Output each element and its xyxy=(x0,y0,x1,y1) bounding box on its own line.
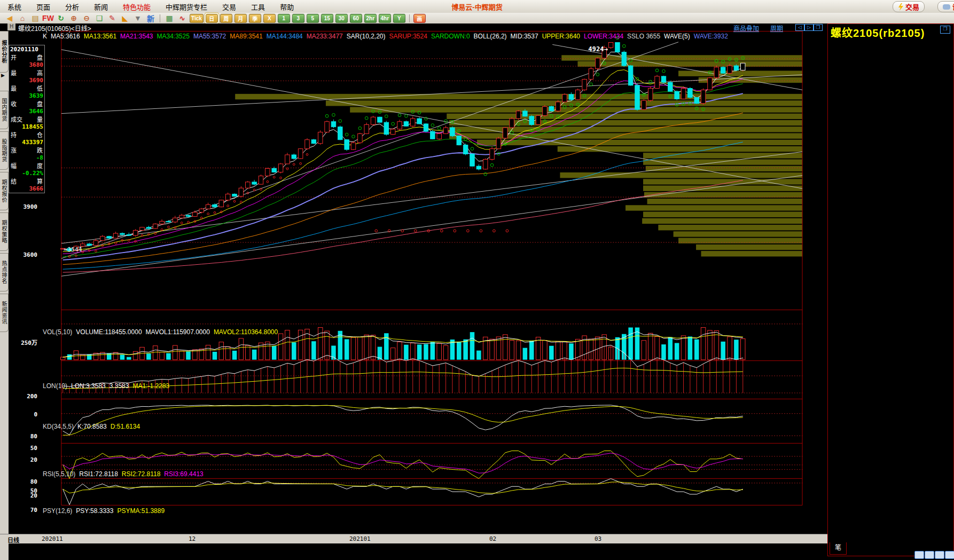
left-tab-热点排名[interactable]: 热点排名 xyxy=(0,253,9,291)
new-icon[interactable]: 新 xyxy=(144,13,157,23)
left-tab-国内期货[interactable]: 国内期货 xyxy=(0,91,9,129)
period-button-30[interactable]: 30 xyxy=(335,14,348,23)
menu-item-中辉期货专栏[interactable]: 中辉期货专栏 xyxy=(158,2,215,12)
window-tool-icon-1[interactable] xyxy=(914,551,924,559)
expand-arrow-icon[interactable]: ▶ xyxy=(1,73,5,78)
period-button-60[interactable]: 60 xyxy=(350,14,362,23)
period-button-Y[interactable]: Y xyxy=(393,14,405,23)
info-row-value: -8 xyxy=(10,154,43,161)
menu-item-新闻[interactable]: 新闻 xyxy=(87,2,115,12)
period-button-3[interactable]: 3 xyxy=(292,14,304,23)
info-row-value: 3639 xyxy=(10,92,43,99)
indicator-value: MA34:3525 xyxy=(157,33,190,40)
tab-tick-list[interactable]: 笔 xyxy=(830,542,847,555)
report-icon[interactable]: ▤ xyxy=(29,14,42,22)
indicator-value: MID:3537 xyxy=(511,33,538,40)
menu-item-帮助[interactable]: 帮助 xyxy=(272,2,301,12)
indicator-value: PSY(12,6) xyxy=(43,507,72,515)
quote-panel: 卖五 4791 178 卖四 4790 1699 卖三 4789 171 卖二 … xyxy=(827,23,954,556)
indicator-value: SARDOWN:0 xyxy=(431,33,470,40)
zoom-out-icon[interactable]: ⊖ xyxy=(80,14,93,22)
menu-item-交易[interactable]: 交易 xyxy=(215,2,244,12)
period-button-月[interactable]: 月 xyxy=(234,14,247,23)
period-button-4hr[interactable]: 4hr xyxy=(379,14,391,23)
pencil-icon[interactable]: ✎ xyxy=(106,14,119,22)
indicator-value: MA1:-1.2283 xyxy=(132,382,169,390)
menu-item-工具[interactable]: 工具 xyxy=(244,2,272,12)
menu-item-分析[interactable]: 分析 xyxy=(58,2,87,12)
quote-table-icon[interactable]: ▦ xyxy=(163,14,176,22)
period-label[interactable]: 日线 xyxy=(7,535,19,544)
splitter-handle[interactable]: H xyxy=(7,23,15,30)
psy-indicator-header: PSY(12,6)PSY:58.3333PSYMA:51.3889 xyxy=(43,507,168,515)
info-row-value: 3680 xyxy=(10,61,43,68)
window-tool-icon-2[interactable] xyxy=(925,551,934,559)
fw-icon[interactable]: FW xyxy=(42,14,54,22)
zoom-in-icon[interactable]: ⊕ xyxy=(67,14,80,22)
left-tab-股指期货[interactable]: 股指期货 xyxy=(0,131,9,170)
left-tab-报价分析[interactable]: 报价分析 xyxy=(0,31,9,73)
chat-button[interactable]: 讯 xyxy=(937,1,954,12)
left-tab-期权报价[interactable]: 期权报价 xyxy=(0,172,9,210)
indicator-value: LON:3.3583 xyxy=(71,382,106,390)
next-window-icon[interactable]: ▷ xyxy=(804,24,814,31)
indicator-value: VOLUME:118455.0000 xyxy=(76,328,142,336)
chart-canvas[interactable]: 4924→≈3544 xyxy=(0,31,827,543)
indicator-value: VOL(5,10) xyxy=(43,328,72,336)
rsi-indicator-header: RSI(5,5,10)RSI1:72.8118RSI2:72.8118RSI3:… xyxy=(43,470,207,478)
period-button-周[interactable]: 周 xyxy=(220,14,232,23)
menu-item-特色功能[interactable]: 特色功能 xyxy=(115,2,158,12)
window-tool-icon-4[interactable] xyxy=(945,551,954,559)
indicator-value: RSI3:69.4413 xyxy=(164,470,203,478)
indicator-value: KD(34,5,5) xyxy=(43,423,74,430)
prev-window-icon[interactable]: ◁ xyxy=(795,24,804,31)
window-tool-icon-3[interactable] xyxy=(935,551,944,559)
left-tab-strip: 报价分析国内期货股指期货期权报价期权策略热点排名新闻资讯▶ xyxy=(0,31,9,560)
vol-indicator-header: VOL(5,10)VOLUME:118455.0000MAVOL1:115907… xyxy=(43,328,281,336)
menu-item-页面[interactable]: 页面 xyxy=(29,2,58,12)
refresh-icon[interactable]: ↻ xyxy=(54,14,67,22)
indicator-value: WAVE(5) xyxy=(664,33,690,40)
indicator-value: K:70.8583 xyxy=(77,423,107,430)
period-button-季[interactable]: 季 xyxy=(249,14,261,23)
kd-indicator-header: KD(34,5,5)K:70.8583D:51.6134 xyxy=(43,423,144,430)
period-button-1[interactable]: 1 xyxy=(278,14,290,23)
left-tab-新闻资讯[interactable]: 新闻资讯 xyxy=(0,294,9,332)
restore-window-icon[interactable]: ❐ xyxy=(940,26,950,34)
indicator-value: MA144:3484 xyxy=(267,33,303,40)
overlay-icon[interactable]: ❏ xyxy=(93,14,106,22)
period-button-日[interactable]: 日 xyxy=(206,14,218,23)
home-icon[interactable]: ⌂ xyxy=(16,14,29,22)
menu-item-系统[interactable]: 系统 xyxy=(0,2,29,12)
info-row-value: 118455 xyxy=(10,123,43,130)
draw-mode-button[interactable]: 画 xyxy=(413,14,426,23)
indicator-value: K xyxy=(43,33,47,40)
indicator-value: RSI2:72.8118 xyxy=(122,470,161,478)
split-window-icon[interactable]: ❐ xyxy=(814,24,823,31)
brush-icon[interactable]: ◣ xyxy=(119,14,131,22)
chart-tab-bar: H 螺纹2105(010605)<日线> 商品叠加 周期 ◁ ▷ ❐ xyxy=(0,23,827,31)
chart-icon[interactable]: ∿ xyxy=(176,14,189,22)
period-button-Tick[interactable]: Tick xyxy=(190,14,204,23)
left-tab-期权策略[interactable]: 期权策略 xyxy=(0,212,9,251)
period-button-15[interactable]: 15 xyxy=(321,14,333,23)
back-icon[interactable]: ◀ xyxy=(3,14,16,22)
info-row-label: 结算 xyxy=(10,177,43,185)
info-row-value: -0.22% xyxy=(10,170,43,177)
price-info-panel: 20201110 开盘 3680最高 3690最低 3639收盘 3646成交量… xyxy=(9,45,45,193)
info-row-label: 开盘 xyxy=(10,53,43,61)
info-row-label: 涨跌 xyxy=(10,146,43,154)
period-button-2hr[interactable]: 2hr xyxy=(364,14,377,23)
filter-icon[interactable]: ▼ xyxy=(131,14,144,22)
indicator-value: SAR(10,2,20) xyxy=(347,33,386,40)
svg-text:4924→: 4924→ xyxy=(588,45,608,53)
indicator-value: MA13:3561 xyxy=(84,33,116,40)
indicator-value: BOLL(26,2) xyxy=(474,33,507,40)
period-button-5[interactable]: 5 xyxy=(307,14,319,23)
indicator-value: RSI1:72.8118 xyxy=(79,470,118,478)
period-button-X[interactable]: X xyxy=(263,14,276,23)
lightning-icon xyxy=(898,3,904,11)
indicator-value: PSYMA:51.3889 xyxy=(117,507,165,515)
trade-button[interactable]: 交易 xyxy=(893,1,925,12)
indicator-value: LOWER:3434 xyxy=(584,33,623,40)
